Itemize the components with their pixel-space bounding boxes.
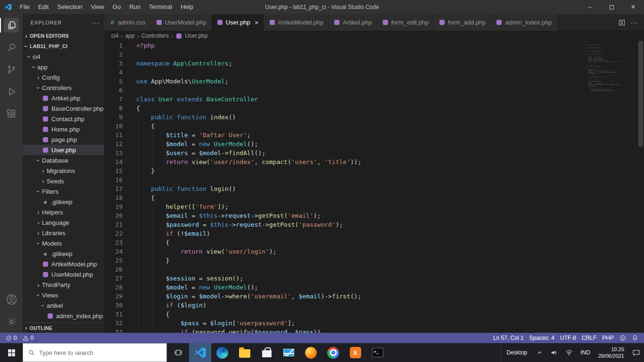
editor-scrollbar[interactable] — [637, 41, 644, 333]
status-indentation[interactable]: Spaces: 4 — [527, 333, 557, 343]
tab-Artikel.php[interactable]: Artikel.php — [329, 14, 377, 31]
action-center-icon[interactable] — [628, 343, 644, 362]
hidden-icons-chevron[interactable] — [533, 343, 546, 362]
file-admin_index.php[interactable]: admin_index.php — [23, 311, 104, 321]
close-icon[interactable]: × — [255, 19, 259, 26]
folder-ThirdParty[interactable]: ›ThirdParty — [23, 280, 104, 290]
code-line: $model = new UserModel(); — [136, 140, 644, 148]
breadcrumb-item[interactable]: ci4 — [111, 33, 118, 39]
taskbar-file-explorer-icon[interactable] — [233, 343, 256, 362]
taskbar-vscode-icon[interactable] — [189, 343, 211, 362]
breadcrumb-item[interactable]: User.php — [185, 33, 207, 39]
settings-gear-icon[interactable] — [0, 311, 23, 333]
menu-go[interactable]: Go — [108, 0, 125, 14]
tab-User.php[interactable]: User.php× — [212, 14, 264, 31]
status-cursor-position[interactable]: Ln 57, Col 1 — [490, 333, 527, 343]
run-debug-icon[interactable] — [0, 81, 23, 103]
minimize-button[interactable]: ─ — [579, 0, 601, 14]
folder-Migrations[interactable]: ›Migrations — [23, 165, 104, 176]
menu-view[interactable]: View — [87, 0, 108, 14]
folder-ci4[interactable]: ›ci4 — [23, 51, 104, 62]
folder-Config[interactable]: ›Config — [23, 72, 104, 82]
open-editors-section[interactable]: › OPEN EDITORS — [23, 31, 104, 41]
tab-admin.css[interactable]: #admin.css — [104, 14, 151, 31]
file-Contact.php[interactable]: Contact.php — [23, 114, 104, 124]
taskbar-clock[interactable]: 10.25 28/06/2021 — [594, 346, 628, 359]
split-editor-icon[interactable] — [619, 20, 625, 25]
taskbar-search-box[interactable] — [23, 343, 167, 362]
search-icon[interactable] — [0, 36, 23, 58]
tab-admin_index.php[interactable]: admin_index.php — [491, 14, 557, 31]
file-.gitkeep[interactable]: ◆.gitkeep — [23, 197, 104, 207]
close-button[interactable]: × — [622, 0, 644, 14]
folder-Seeds[interactable]: ›Seeds — [23, 176, 104, 186]
feedback-icon[interactable] — [617, 333, 629, 343]
network-wifi-icon[interactable] — [561, 343, 577, 362]
extensions-icon[interactable] — [0, 103, 23, 125]
file-BaseController.php[interactable]: BaseController.php — [23, 103, 104, 114]
line-number: 22 — [104, 229, 123, 238]
problems-errors[interactable]: 0 — [3, 333, 20, 343]
taskbar-firefox-icon[interactable] — [300, 343, 322, 362]
more-actions-icon[interactable]: ··· — [92, 19, 100, 26]
taskbar-store-icon[interactable] — [256, 343, 278, 362]
search-input[interactable] — [39, 349, 161, 356]
account-icon[interactable] — [0, 288, 23, 311]
folder-Models[interactable]: ›Models — [23, 238, 104, 248]
folder-Libraries[interactable]: ›Libraries — [23, 228, 104, 238]
file-UserModel.php[interactable]: UserModel.php — [23, 269, 104, 280]
taskbar-terminal-icon[interactable]: >_ — [366, 343, 388, 362]
menu-edit[interactable]: Edit — [34, 0, 53, 14]
folder-Database[interactable]: ›Database — [23, 155, 104, 165]
notifications-bell-icon[interactable] — [629, 333, 641, 343]
problems-warnings[interactable]: 0 — [20, 333, 37, 343]
menu-run[interactable]: Run — [125, 0, 145, 14]
file-Artikel.php[interactable]: Artikel.php — [23, 93, 104, 103]
folder-Language[interactable]: ›Language — [23, 217, 104, 228]
desktop-toolbar-label[interactable]: Desktop — [500, 343, 533, 362]
start-button[interactable] — [0, 343, 23, 362]
taskbar-mail-icon[interactable] — [278, 343, 300, 362]
taskbar-edge-icon[interactable] — [211, 343, 233, 362]
language-indicator[interactable]: IND — [577, 343, 594, 362]
file-ArtikelModel.php[interactable]: ArtikelModel.php — [23, 259, 104, 269]
workspace-root[interactable]: › LAB11_PHP_CI — [23, 41, 104, 51]
code-editor[interactable]: 1234567891011121314151617181920212223242… — [104, 41, 644, 333]
tab-ArtikelModel.php[interactable]: ArtikelModel.php — [264, 14, 329, 31]
status-language-mode[interactable]: PHP — [599, 333, 617, 343]
tab-UserModel.php[interactable]: UserModel.php — [151, 14, 212, 31]
file-User.php[interactable]: User.php — [23, 145, 104, 155]
volume-icon[interactable] — [546, 343, 561, 362]
breadcrumb-item[interactable]: app — [125, 33, 135, 39]
code-token: $session — [166, 275, 196, 282]
folder-Controllers[interactable]: ›Controllers — [23, 82, 104, 93]
scrollbar-thumb[interactable] — [638, 41, 643, 147]
task-view-button[interactable] — [167, 343, 189, 362]
taskbar-xampp-icon[interactable]: X — [344, 343, 366, 362]
menu-help[interactable]: Help — [176, 0, 198, 14]
taskbar-chrome-icon[interactable] — [322, 343, 344, 362]
tab-form_add.php[interactable]: form_add.php — [434, 14, 491, 31]
menu-selection[interactable]: Selection — [53, 0, 86, 14]
folder-Helpers[interactable]: ›Helpers — [23, 207, 104, 217]
file-page.php[interactable]: page.php — [23, 134, 104, 145]
menu-file[interactable]: File — [16, 0, 34, 14]
breadcrumb-item[interactable]: Controllers — [141, 33, 169, 39]
status-eol[interactable]: CRLF — [579, 333, 599, 343]
tab-form_edit.php[interactable]: form_edit.php — [377, 14, 434, 31]
folder-Filters[interactable]: ›Filters — [23, 186, 104, 197]
file-Home.php[interactable]: Home.php — [23, 124, 104, 134]
menu-terminal[interactable]: Terminal — [145, 0, 176, 14]
folder-artikel[interactable]: ›artikel — [23, 300, 104, 311]
source-control-icon[interactable] — [0, 58, 23, 81]
code-token: public — [151, 185, 177, 192]
maximize-button[interactable] — [601, 0, 622, 14]
folder-app[interactable]: ›app — [23, 62, 104, 72]
folder-Views[interactable]: ›Views — [23, 290, 104, 300]
outline-section[interactable]: › OUTLINE — [23, 322, 104, 333]
explorer-icon[interactable] — [0, 14, 23, 36]
file-.gitkeep[interactable]: ◆.gitkeep — [23, 248, 104, 259]
status-encoding[interactable]: UTF-8 — [557, 333, 579, 343]
tree-item-label: page.php — [51, 136, 77, 143]
more-actions-icon[interactable]: ··· — [630, 19, 638, 26]
